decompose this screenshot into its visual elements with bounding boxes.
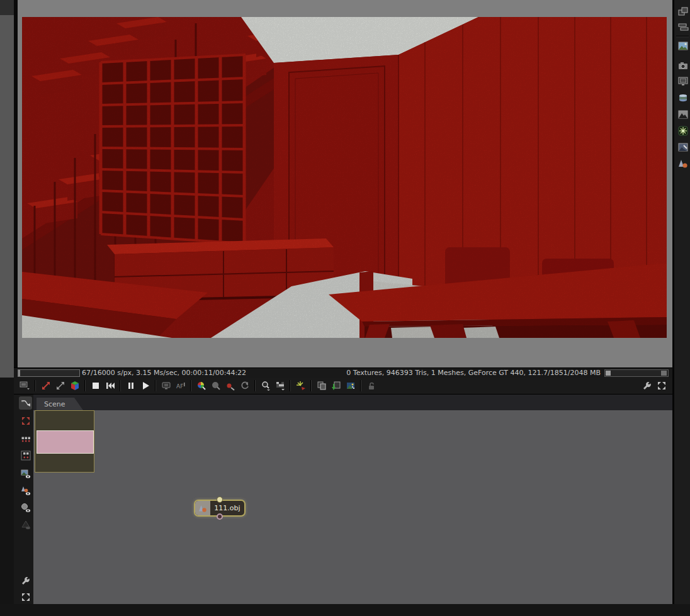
layout-vertical-icon[interactable] (19, 449, 32, 462)
environment-icon[interactable] (677, 92, 689, 104)
auto-focus-button[interactable]: AF (173, 379, 188, 393)
emitter-icon[interactable] (677, 125, 689, 137)
render-toolbar: AF (14, 378, 672, 395)
gpu-memory-bar (604, 369, 669, 377)
render-viewport[interactable] (18, 0, 672, 368)
float-window-icon[interactable] (677, 6, 689, 18)
save-image-button[interactable] (343, 379, 358, 393)
material-picker-button[interactable] (208, 379, 223, 393)
stop-render-button[interactable] (88, 379, 103, 393)
node-mesh-111obj[interactable]: 111.obj (194, 500, 246, 517)
texture-image-icon[interactable] (677, 108, 689, 121)
copy-image-button[interactable] (314, 379, 329, 393)
render-region-button[interactable] (273, 379, 287, 393)
svg-text:AF: AF (176, 383, 183, 389)
display-icon[interactable] (677, 75, 689, 87)
minimap-view-rect[interactable] (37, 430, 94, 454)
material-preview-icon[interactable] (19, 484, 32, 497)
node-output-pin[interactable] (217, 496, 223, 503)
focus-picker-button[interactable] (223, 379, 237, 393)
rgb-channels-button[interactable] (67, 379, 82, 393)
node-editor-toolbar (18, 395, 33, 604)
film-sparkle-button[interactable] (293, 379, 308, 393)
node-editor-tabbar: Scene (33, 395, 672, 410)
render-settings-wrench-button[interactable] (640, 379, 654, 393)
fit-graph-icon[interactable] (19, 414, 32, 427)
scene-stats-text: 0 Textures, 946393 Tris, 1 Meshes, GeFor… (346, 369, 601, 377)
restart-render-button[interactable] (103, 379, 117, 393)
render-progress-bar (18, 369, 80, 377)
layout-panels-icon[interactable] (677, 21, 689, 33)
graph-minimap[interactable] (35, 410, 94, 473)
pause-render-button[interactable] (123, 379, 138, 393)
recenter-view-button[interactable] (38, 379, 53, 393)
material-icon[interactable] (677, 157, 689, 170)
texture-preview-icon[interactable] (19, 501, 32, 514)
viewport-display-button[interactable] (18, 379, 32, 393)
mesh-preview-icon[interactable] (19, 518, 32, 531)
render-stats-text: 67/16000 s/px, 3.15 Ms/sec, 00:00:11/00:… (82, 369, 246, 377)
zoom-region-button[interactable] (258, 379, 273, 393)
editor-settings-wrench-button[interactable] (19, 574, 32, 587)
camera-icon[interactable] (677, 59, 689, 72)
mesh-node-icon (195, 501, 210, 515)
imager-icon[interactable] (677, 141, 689, 154)
node-editor: Scene 111.obj (14, 395, 672, 604)
node-palette-column (672, 0, 690, 604)
fit-view-button[interactable] (19, 590, 32, 603)
tab-scene[interactable]: Scene (37, 398, 83, 410)
object-picker-button[interactable] (237, 379, 252, 393)
bottom-strip (0, 604, 690, 616)
white-balance-picker-button[interactable] (194, 379, 208, 393)
gutter-top-block (0, 0, 14, 15)
render-preview-icon[interactable] (19, 467, 32, 480)
render-target-icon[interactable] (677, 40, 689, 52)
render-image (22, 17, 667, 338)
node-input-pin[interactable] (217, 513, 223, 520)
fullscreen-toggle-button[interactable] (654, 379, 669, 393)
octane-window: { "render_viewport": { "subject": "red i… (0, 0, 690, 616)
render-priority-button[interactable] (159, 379, 173, 393)
node-label: 111.obj (210, 504, 244, 512)
layout-horizontal-icon[interactable] (19, 432, 32, 445)
node-graph-canvas[interactable]: 111.obj (33, 410, 672, 604)
actual-size-button[interactable] (53, 379, 67, 393)
paste-image-button[interactable] (329, 379, 343, 393)
lock-viewport-button[interactable] (364, 379, 378, 393)
connect-tool-icon[interactable] (19, 396, 32, 410)
status-bar: 67/16000 s/px, 3.15 Ms/sec, 00:00:11/00:… (14, 367, 672, 378)
start-render-button[interactable] (138, 379, 152, 393)
left-gutter (0, 15, 14, 378)
